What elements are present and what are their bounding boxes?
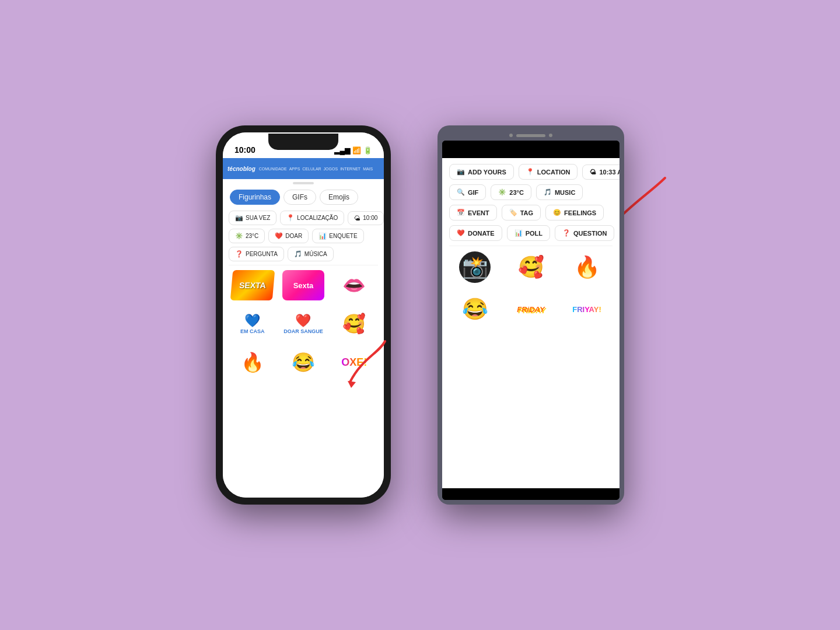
nav-mais: MAIS bbox=[363, 167, 373, 171]
chip-doar[interactable]: ❤️ DOAR bbox=[268, 229, 309, 243]
android-camera bbox=[549, 134, 552, 137]
android-chip-location[interactable]: 📍 LOCATION bbox=[519, 164, 578, 180]
chip-row-3: ❓ PERGUNTA 🎵 MÚSICA bbox=[229, 247, 378, 261]
tab-emojis[interactable]: Emojis bbox=[320, 190, 358, 205]
sticker-mouth[interactable]: 👄 bbox=[333, 268, 375, 303]
gif-label: GIF bbox=[468, 189, 478, 196]
chip-enquete[interactable]: 📊 ENQUETE bbox=[312, 229, 363, 243]
chip-localizacao-icon: 📍 bbox=[286, 214, 295, 222]
chip-sua-vez-label: SUA VEZ bbox=[246, 215, 270, 221]
android-chip-tag[interactable]: 🏷️ TAG bbox=[502, 205, 541, 220]
em-casa-label: EM CASA bbox=[240, 328, 265, 334]
signal-icon: ▂▄▆ bbox=[334, 146, 350, 155]
donate-icon: ❤️ bbox=[457, 229, 465, 237]
android-chip-row-1: 📷 ADD YOURS 📍 LOCATION 🌤 10:33 AM bbox=[449, 164, 612, 180]
chip-time[interactable]: 🌤 10:00 bbox=[348, 211, 384, 225]
android-sticker-grid: 📷 ADD YOURS 📍 LOCATION 🌤 10:33 AM bbox=[442, 158, 620, 488]
nav-apps: APPS bbox=[289, 167, 300, 171]
feelings-label: FEELINGS bbox=[564, 209, 596, 216]
sticker-laugh[interactable]: 😂 bbox=[282, 345, 324, 380]
doar-sangue-graphic: ❤️ DOAR SANGUE bbox=[284, 313, 323, 334]
question-label: QUESTION bbox=[573, 230, 607, 237]
chip-enquete-icon: 📊 bbox=[318, 232, 327, 240]
android-chip-feelings[interactable]: 😊 FEELINGS bbox=[545, 205, 604, 220]
add-yours-icon: 📷 bbox=[457, 168, 465, 176]
sticker-heart-face[interactable]: 🥰 bbox=[333, 306, 375, 341]
photo-icon: 📸 bbox=[459, 251, 491, 283]
battery-icon: 🔋 bbox=[363, 146, 372, 155]
chip-temp[interactable]: ✳️ 23°C bbox=[229, 229, 265, 243]
sticker-fire[interactable]: 🔥 bbox=[232, 345, 274, 380]
sticker-em-casa[interactable]: 💙 EM CASA bbox=[232, 306, 274, 341]
right-phone-wrapper: 📷 ADD YOURS 📍 LOCATION 🌤 10:33 AM bbox=[438, 125, 624, 505]
android-chip-gif[interactable]: 🔍 GIF bbox=[449, 184, 486, 200]
android-chip-music[interactable]: 🎵 MUSIC bbox=[536, 184, 583, 200]
android-speaker bbox=[516, 134, 545, 137]
tab-gifs[interactable]: GIFs bbox=[284, 190, 316, 205]
question-icon: ❓ bbox=[562, 229, 570, 237]
chip-pergunta-icon: ❓ bbox=[235, 250, 243, 258]
panel-drag bbox=[223, 179, 384, 187]
sticker-doar-sangue[interactable]: ❤️ DOAR SANGUE bbox=[282, 306, 324, 341]
chip-musica[interactable]: 🎵 MÚSICA bbox=[288, 247, 334, 261]
event-label: EVENT bbox=[468, 209, 489, 216]
android-chip-row-3: 📅 EVENT 🏷️ TAG 😊 FEELINGS bbox=[449, 205, 612, 220]
sexta-sticker-graphic: SEXTA bbox=[230, 270, 275, 300]
android-sticker-laugh[interactable]: 😂 bbox=[452, 290, 498, 328]
android-chip-donate[interactable]: ❤️ DONATE bbox=[449, 225, 502, 241]
tab-bar: Figurinhas GIFs Emojis bbox=[223, 187, 384, 207]
chip-row-2: ✳️ 23°C ❤️ DOAR 📊 ENQUETE bbox=[229, 229, 378, 243]
sticker-oxe[interactable]: OXE! bbox=[333, 345, 375, 380]
android-chip-event[interactable]: 📅 EVENT bbox=[449, 205, 497, 220]
android-heart-emoji: 🥰 bbox=[518, 255, 544, 279]
location-label: LOCATION bbox=[537, 169, 570, 176]
chip-sua-vez[interactable]: 📷 SUA VEZ bbox=[229, 211, 276, 225]
chip-time-icon: 🌤 bbox=[354, 215, 360, 222]
android-chip-question[interactable]: ❓ QUESTION bbox=[555, 225, 614, 241]
status-icons: ▂▄▆ 📶 🔋 bbox=[334, 146, 372, 155]
android-divider bbox=[449, 246, 612, 246]
sticker-sexta[interactable]: SEXTA bbox=[232, 268, 274, 303]
sexta2-sticker-graphic: Sexta bbox=[282, 270, 324, 300]
android-content: 📷 ADD YOURS 📍 LOCATION 🌤 10:33 AM bbox=[442, 158, 620, 488]
android-fire-emoji: 🔥 bbox=[574, 255, 600, 279]
android-sticker-fire[interactable]: 🔥 bbox=[564, 249, 610, 286]
chip-doar-icon: ❤️ bbox=[275, 232, 283, 240]
android-sticker-friday[interactable]: FRiDAY bbox=[508, 290, 554, 328]
android-sticker-heart[interactable]: 🥰 bbox=[508, 249, 554, 286]
location-icon: 📍 bbox=[526, 168, 534, 176]
oxe-label: OXE! bbox=[341, 356, 367, 369]
android-chip-temp[interactable]: ✳️ 23°C bbox=[491, 184, 531, 200]
chip-temp-label: 23°C bbox=[246, 233, 258, 239]
browser-logo: técnoblog bbox=[228, 166, 256, 172]
android-sensor bbox=[509, 134, 513, 137]
em-casa-graphic: 💙 EM CASA bbox=[240, 313, 265, 334]
chip-musica-icon: 🎵 bbox=[294, 250, 302, 258]
android-sticker-friyay[interactable]: FRIYAY! bbox=[564, 290, 610, 328]
doar-sangue-label: DOAR SANGUE bbox=[284, 328, 323, 334]
sticker-grid-area: 📷 SUA VEZ 📍 LOCALIZAÇÃO 🌤 10:00 bbox=[223, 207, 384, 498]
chip-musica-label: MÚSICA bbox=[304, 251, 327, 257]
sticker-row-3: 🔥 😂 OXE! bbox=[229, 345, 378, 380]
add-yours-label: ADD YOURS bbox=[468, 169, 506, 176]
android-chip-add-yours[interactable]: 📷 ADD YOURS bbox=[449, 164, 514, 180]
android-temp-label: 23°C bbox=[509, 189, 524, 196]
iphone-time: 10:00 bbox=[235, 145, 256, 155]
chip-localizacao[interactable]: 📍 LOCALIZAÇÃO bbox=[280, 211, 344, 225]
android-chip-poll[interactable]: 📊 POLL bbox=[507, 225, 550, 241]
sticker-panel: Figurinhas GIFs Emojis 📷 SUA VEZ 📍 LOCAL… bbox=[223, 179, 384, 498]
android-chip-time[interactable]: 🌤 10:33 AM bbox=[582, 164, 620, 180]
chip-localizacao-label: LOCALIZAÇÃO bbox=[297, 215, 338, 221]
android-device: 📷 ADD YOURS 📍 LOCATION 🌤 10:33 AM bbox=[438, 125, 624, 505]
tag-label: TAG bbox=[520, 209, 533, 216]
android-sticker-photo[interactable]: 📸 bbox=[452, 249, 498, 286]
tab-figurinhas[interactable]: Figurinhas bbox=[230, 190, 280, 205]
android-top-bar bbox=[442, 130, 620, 141]
divider-1 bbox=[229, 265, 378, 265]
music-icon: 🎵 bbox=[544, 188, 552, 196]
iphone-notch bbox=[268, 134, 338, 150]
donate-label: DONATE bbox=[468, 230, 495, 237]
chip-pergunta[interactable]: ❓ PERGUNTA bbox=[229, 247, 284, 261]
nav-internet: INTERNET bbox=[340, 167, 360, 171]
sticker-sexta2[interactable]: Sexta bbox=[282, 268, 324, 303]
